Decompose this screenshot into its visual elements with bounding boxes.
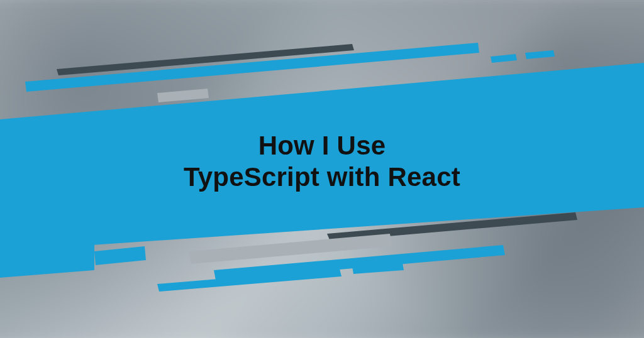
title-line-1: How I Use — [258, 131, 386, 160]
title-line-2: TypeScript with React — [184, 162, 460, 192]
banner-title: How I Use TypeScript with React — [184, 130, 460, 194]
title-container: How I Use TypeScript with React — [0, 0, 644, 330]
